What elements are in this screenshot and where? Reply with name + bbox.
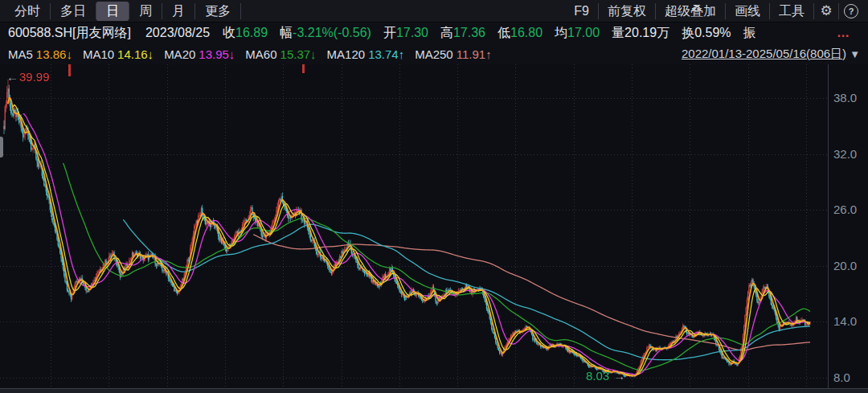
button-forward-adjust[interactable]: 前复权 bbox=[599, 2, 655, 21]
quote-field-turnover: 换0.59% bbox=[682, 25, 731, 42]
button-super-overlay[interactable]: 超级叠加 bbox=[656, 2, 725, 21]
quote-field-high: 高17.36 bbox=[440, 25, 485, 42]
toolbar-tabs: 分时多日日周月更多 F9前复权超级叠加画线工具 ⚙ ? bbox=[0, 0, 868, 23]
gear-icon: ⚙ bbox=[820, 2, 832, 19]
axis-tick-label: 38.0 bbox=[833, 91, 857, 105]
event-marker-icon bbox=[68, 64, 71, 76]
high-price-label: 39.99 bbox=[19, 70, 50, 84]
more-fields-button[interactable]: … bbox=[837, 26, 850, 40]
ma-250: MA25011.91↑ bbox=[415, 47, 491, 61]
left-arrow-icon: ← bbox=[6, 70, 18, 84]
kline-chart-area[interactable]: ← 39.99 8.03 → 38.032.026.020.014.08.0 bbox=[0, 64, 868, 393]
axis-tick-label: 32.0 bbox=[833, 147, 857, 162]
tab-group: 分时多日日周月更多 bbox=[5, 0, 241, 23]
axis-tick-label: 26.0 bbox=[833, 203, 857, 217]
ma-value: 13.86↓ bbox=[36, 47, 72, 61]
quote-field-low: 低16.80 bbox=[497, 25, 542, 42]
quote-field-value: 0.59% bbox=[694, 26, 731, 39]
ma-value: 13.95↓ bbox=[199, 47, 235, 61]
ma-label: MA5 bbox=[8, 47, 33, 61]
quote-field-value: 17.00 bbox=[567, 26, 600, 39]
quote-field-label: 收 bbox=[223, 26, 235, 39]
tab-more[interactable]: 更多 bbox=[195, 2, 240, 21]
ma-60: MA6015.37↓ bbox=[245, 47, 316, 61]
quote-field-label: 换 bbox=[682, 26, 694, 39]
axis-tick-label: 20.0 bbox=[833, 259, 857, 273]
quote-field-label: 低 bbox=[497, 26, 510, 39]
ma-120: MA12013.74↑ bbox=[327, 47, 405, 61]
low-price-annotation: 8.03 → bbox=[586, 369, 625, 383]
help-button[interactable]: ? bbox=[839, 2, 863, 21]
tab-intraday[interactable]: 分时 bbox=[5, 2, 50, 21]
right-arrow-icon: → bbox=[613, 369, 625, 383]
ma-indicator-bar: MA513.86↓MA1014.16↓MA2013.95↓MA6015.37↓M… bbox=[0, 43, 868, 64]
quote-field-label: 均 bbox=[555, 26, 567, 39]
stock-symbol[interactable]: 600588.SH[用友网络] bbox=[8, 25, 131, 42]
quote-field-label: 幅 bbox=[280, 26, 293, 39]
quote-date: 2023/08/25 bbox=[145, 26, 210, 40]
axis-tick-label: 14.0 bbox=[833, 314, 857, 329]
tab-daily[interactable]: 日 bbox=[96, 2, 129, 21]
ma-value: 11.91↑ bbox=[457, 47, 492, 61]
quote-fields: 收16.89幅-3.21%(-0.56)开17.30高17.36低16.80均1… bbox=[223, 25, 768, 42]
ma-label: MA250 bbox=[415, 47, 453, 61]
pane-splitter[interactable] bbox=[0, 388, 868, 393]
ma-10: MA1014.16↓ bbox=[83, 47, 154, 61]
quote-field-change: 幅-3.21%(-0.56) bbox=[280, 25, 371, 42]
button-tools[interactable]: 工具 bbox=[770, 2, 813, 21]
quote-field-value: 16.80 bbox=[510, 26, 542, 39]
date-range-selector[interactable]: 2022/01/13-2025/05/16(806日) ▼ bbox=[682, 47, 860, 62]
quote-field-label: 高 bbox=[440, 26, 453, 39]
quote-field-volume: 量20.19万 bbox=[612, 25, 669, 42]
kline-canvas[interactable] bbox=[0, 64, 828, 393]
ma-label: MA120 bbox=[327, 47, 366, 61]
quote-field-value: -3.21%(-0.56) bbox=[293, 26, 371, 39]
price-axis-line bbox=[828, 64, 829, 393]
tab-multiday[interactable]: 多日 bbox=[51, 2, 96, 21]
date-range-label[interactable]: 2022/01/13-2025/05/16(806日) bbox=[682, 47, 846, 62]
quote-field-close: 收16.89 bbox=[223, 25, 268, 42]
tab-monthly[interactable]: 月 bbox=[162, 2, 194, 21]
ma-value: 15.37↓ bbox=[280, 47, 317, 61]
quote-field-label: 量 bbox=[612, 26, 624, 39]
button-f9[interactable]: F9 bbox=[565, 2, 598, 21]
ma-20: MA2013.95↓ bbox=[164, 47, 235, 61]
ma-label: MA10 bbox=[83, 47, 114, 61]
ma-5: MA513.86↓ bbox=[8, 47, 72, 61]
tab-weekly[interactable]: 周 bbox=[129, 2, 162, 21]
event-marker-icon bbox=[302, 64, 305, 73]
quote-field-value: 17.30 bbox=[396, 26, 428, 39]
ma-value: 13.74↑ bbox=[368, 47, 404, 61]
ma-label: MA20 bbox=[164, 47, 195, 61]
quote-field-value: 17.36 bbox=[453, 26, 485, 39]
ma-values: MA513.86↓MA1014.16↓MA2013.95↓MA6015.37↓M… bbox=[8, 47, 502, 61]
high-price-annotation: ← 39.99 bbox=[6, 70, 50, 84]
quote-bar: 600588.SH[用友网络] 2023/08/25 收16.89幅-3.21%… bbox=[0, 23, 868, 43]
scroll-thumb[interactable] bbox=[0, 137, 3, 158]
quote-field-value: 16.89 bbox=[235, 26, 268, 39]
ma-label: MA60 bbox=[245, 47, 276, 61]
quote-field-value: 20.19万 bbox=[624, 26, 669, 39]
ma-value: 14.16↓ bbox=[117, 47, 154, 61]
chevron-down-icon[interactable]: ▼ bbox=[850, 48, 860, 60]
quote-field-avg: 均17.00 bbox=[555, 25, 600, 42]
quote-field-label: 开 bbox=[383, 26, 396, 39]
help-icon: ? bbox=[844, 4, 858, 18]
toolbar-right-group: F9前复权超级叠加画线工具 bbox=[565, 2, 813, 21]
separator bbox=[240, 3, 241, 19]
low-price-label: 8.03 bbox=[586, 369, 609, 383]
button-draw-line[interactable]: 画线 bbox=[726, 2, 769, 21]
settings-gear-button[interactable]: ⚙ bbox=[814, 2, 838, 21]
quote-field-amplitude: 振 bbox=[743, 25, 756, 42]
quote-field-open: 开17.30 bbox=[383, 25, 428, 42]
quote-field-label: 振 bbox=[743, 26, 756, 39]
axis-tick-label: 8.0 bbox=[833, 370, 850, 385]
